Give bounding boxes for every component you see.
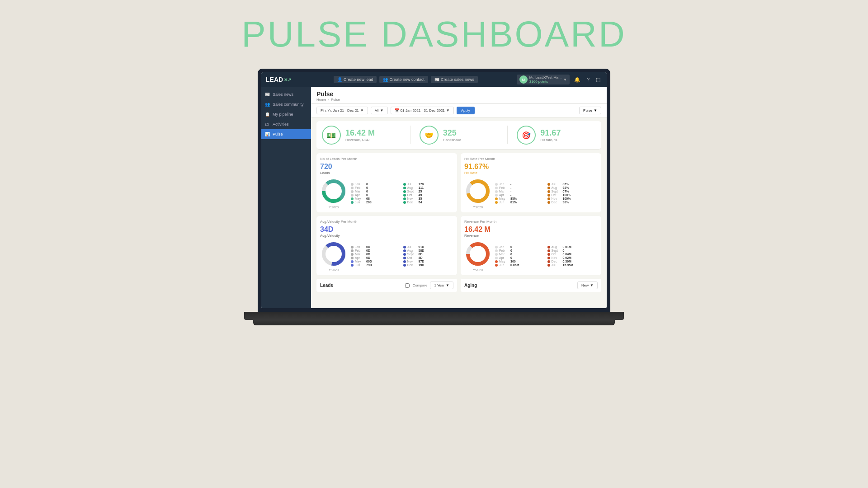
- user-name: Mr. LeadXTest Ma...: [529, 75, 561, 80]
- avatar: M: [519, 75, 528, 84]
- hitrate-icon-circle: 🎯: [517, 126, 536, 145]
- revenue-donut-year: Y:2020: [464, 268, 491, 272]
- velocity-stat: 34D: [320, 225, 340, 234]
- compare-checkbox[interactable]: [405, 283, 410, 288]
- help-button[interactable]: ?: [585, 76, 591, 83]
- sidebar-item-my-pipeline[interactable]: 📋 My pipeline: [261, 109, 311, 119]
- velocity-chart-title: Avg.Velocity Per Month: [320, 220, 453, 224]
- legend-sept: Sept25: [403, 190, 454, 193]
- sidebar-item-pulse[interactable]: 📊 Pulse: [261, 129, 311, 139]
- new-chevron-icon: ▼: [590, 283, 594, 287]
- create-new-lead-button[interactable]: 👤 Create new lead: [334, 76, 377, 83]
- rev-legend-dec: Dec0.30M: [547, 260, 598, 263]
- breadcrumb-home[interactable]: Home: [316, 98, 326, 102]
- hr-legend-nov: Nov100%: [547, 197, 598, 200]
- compare-label: Compare: [412, 283, 427, 287]
- app-body: 📰 Sales news 👥 Sales community 📋 My pipe…: [261, 87, 607, 308]
- hitrate-value: 91.67: [540, 128, 561, 138]
- revenue-metric: 💵 16.42 M Revenue, USD: [322, 126, 401, 145]
- revenue-icon-circle: 💵: [322, 126, 341, 145]
- v-legend-jan: Jan0D: [351, 245, 401, 249]
- create-new-contact-button[interactable]: 👥 Create new contact: [379, 76, 428, 83]
- laptop-container: LEAD ✕↗ 👤 Create new lead 👥 Create new c…: [244, 69, 624, 325]
- fy-chevron-icon: ▼: [360, 108, 364, 113]
- legend-feb: Feb0: [351, 186, 401, 189]
- metric-divider-1: [410, 126, 410, 144]
- leads-chart-body: Y:2020 Jan0 Jul170 Feb0 Aug111 Mar0 Sept…: [320, 178, 453, 209]
- date-range-filter[interactable]: 📅 01-Jan-2021 - 31-Dec-2021 ▼: [391, 107, 454, 114]
- rev-legend-mar: Mar0: [495, 253, 546, 256]
- calendar-icon: 📅: [395, 108, 399, 113]
- user-profile[interactable]: M Mr. LeadXTest Ma... 3160 points ▼: [517, 75, 570, 84]
- revenue-chart-card: Revenue Per Month 16.42 M Revenue: [461, 216, 601, 275]
- leads-chart-title: No of Leads Per Month: [320, 157, 453, 161]
- revenue-icon: 💵: [327, 131, 336, 140]
- sidebar-label-sales-community: Sales community: [273, 102, 304, 107]
- rev-legend-nov: Nov0.02M: [547, 256, 598, 259]
- chevron-down-icon: ▼: [563, 78, 567, 82]
- legend-oct: Oct49: [403, 193, 454, 197]
- handshake-icon: 🤝: [425, 131, 434, 140]
- new-select[interactable]: New ▼: [577, 282, 598, 289]
- sidebar-item-activities[interactable]: 🗂 Activities: [261, 119, 311, 129]
- page-title-text: PULSE DASHBOARD: [241, 14, 626, 55]
- apply-button[interactable]: Apply: [457, 107, 475, 114]
- hitrate-chart-card: Hit Rate Per Month 91.67% Hit Rate: [461, 153, 601, 212]
- revenue-donut-svg: [464, 240, 491, 267]
- sidebar-item-sales-community[interactable]: 👥 Sales community: [261, 99, 311, 109]
- revenue-chart-stat-label: Revenue: [464, 234, 491, 238]
- velocity-donut-svg: [320, 240, 347, 267]
- all-chevron-icon: ▼: [380, 108, 384, 113]
- legend-nov: Nov35: [403, 197, 454, 200]
- revenue-chart-header: 16.42 M Revenue: [464, 225, 598, 238]
- laptop-base: [244, 312, 624, 320]
- all-filter-select[interactable]: All ▼: [371, 107, 388, 114]
- breadcrumb-separator: ›: [328, 98, 329, 102]
- filter-bar: Fin. Yr. Jan-21 - Dec-21 ▼ All ▼ 📅 01-Ja…: [311, 104, 607, 117]
- user-points: 3160 points: [529, 80, 561, 84]
- rev-legend-apr: Apr0: [495, 256, 546, 259]
- filter-right: Pulse ▼: [579, 107, 601, 114]
- content-header: Pulse Home › Pulse: [311, 87, 607, 104]
- all-label: All: [375, 108, 379, 113]
- pipeline-icon: 📋: [265, 112, 270, 117]
- hitrate-label: Hit rate, %: [540, 138, 561, 142]
- hr-legend-jun: Jun81%: [495, 201, 546, 204]
- hitrate-metric: 🎯 91.67 Hit rate, %: [517, 126, 596, 145]
- v-legend-dec: Dec19D: [403, 263, 454, 267]
- sidebar-item-sales-news[interactable]: 📰 Sales news: [261, 89, 311, 99]
- new-label: New: [581, 283, 589, 287]
- news-icon: 📰: [434, 77, 439, 82]
- handshake-metric: 🤝 325 Handshake: [420, 126, 499, 145]
- leads-chart-card: No of Leads Per Month 720 Leads: [316, 153, 457, 212]
- lead-icon: 👤: [337, 77, 342, 82]
- hitrate-icon: 🎯: [522, 131, 531, 140]
- charts-row-1: No of Leads Per Month 720 Leads: [311, 153, 607, 216]
- hitrate-chart-body: Y:2020 Jan- Jul85% Feb- Aug92% Mar- Sept…: [464, 178, 598, 209]
- create-sales-news-button[interactable]: 📰 Create sales news: [431, 76, 478, 83]
- hitrate-legend: Jan- Jul85% Feb- Aug92% Mar- Sept67% Apr…: [495, 183, 598, 204]
- hr-legend-oct: Oct100%: [547, 193, 598, 197]
- velocity-donut-year: Y:2020: [320, 268, 347, 272]
- pulse-icon: 📊: [265, 132, 270, 136]
- leads-chart-header: 720 Leads: [320, 163, 453, 175]
- pulse-view-button[interactable]: Pulse ▼: [579, 107, 601, 114]
- leads-stat-label: Leads: [320, 171, 332, 175]
- main-content: Pulse Home › Pulse Fin. Yr. Jan-21 - Dec…: [311, 87, 607, 308]
- v-legend-nov: Nov97D: [403, 260, 454, 263]
- period-select[interactable]: 1 Year ▼: [430, 282, 453, 289]
- revenue-donut-container: [464, 240, 491, 267]
- velocity-chart-header: 34D Avg.Velocity: [320, 225, 453, 238]
- pulse-btn-chevron-icon: ▼: [594, 108, 597, 113]
- breadcrumb-current: Pulse: [331, 98, 340, 102]
- hr-legend-sept: Sept67%: [547, 190, 598, 193]
- v-legend-sept: Sept0D: [403, 253, 454, 256]
- hr-legend-feb: Feb-: [495, 186, 546, 189]
- notifications-button[interactable]: 🔔: [572, 76, 582, 84]
- logout-button[interactable]: ⬚: [594, 76, 602, 84]
- hr-legend-apr: Apr-: [495, 193, 546, 197]
- fiscal-year-select[interactable]: Fin. Yr. Jan-21 - Dec-21 ▼: [316, 107, 368, 114]
- leads-donut-year: Y:2020: [320, 206, 347, 209]
- leads-bottom-label: Leads: [320, 283, 333, 288]
- app-logo: LEAD ✕↗: [266, 76, 291, 83]
